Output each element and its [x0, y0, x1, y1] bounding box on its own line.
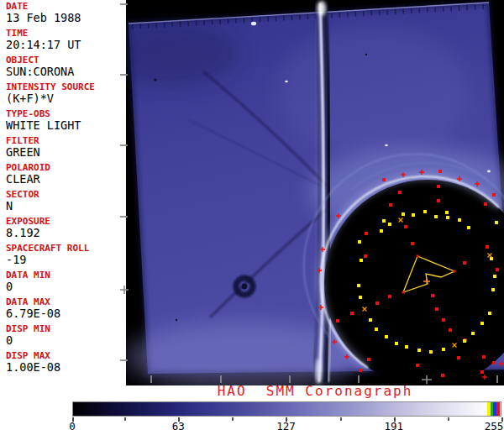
- dark-speck: [176, 319, 177, 321]
- dark-speck: [365, 54, 367, 55]
- yellow-marker-dot: [405, 345, 408, 349]
- field-value: -19: [6, 254, 126, 266]
- yellow-marker-dot: [480, 322, 484, 325]
- red-marker-dot: [449, 328, 452, 332]
- red-marker-dot: [404, 225, 407, 228]
- colorbar-minor-tick: [448, 417, 449, 421]
- yellow-marker-dot: [395, 342, 398, 345]
- red-marker-dot: [388, 295, 391, 298]
- metadata-field-type-obs: TYPE-OBSWHITE LIGHT: [6, 109, 126, 136]
- metadata-field-filter: FILTERGREEN: [6, 136, 126, 163]
- red-marker-dot: [457, 356, 460, 359]
- red-marker-dot: [375, 302, 379, 305]
- metadata-field-date: DATE13 Feb 1988: [6, 2, 126, 29]
- yellow-marker-dot: [445, 211, 449, 214]
- red-marker-dot: [480, 370, 484, 374]
- image-title: HAO SMM Coronagraph: [126, 383, 504, 399]
- red-marker-dot: [442, 318, 445, 322]
- field-value: SUN:CORONA: [6, 66, 126, 78]
- metadata-field-data-min: DATA MIN0: [6, 270, 126, 297]
- colorbar-scale: 063127191255: [72, 417, 501, 430]
- red-marker-dot: [367, 358, 370, 361]
- colorbar-minor-tick: [340, 417, 342, 421]
- dark-speck: [154, 78, 156, 81]
- metadata-sidebar: DATE13 Feb 1988TIME20:14:17 UTOBJECTSUN:…: [0, 0, 126, 386]
- polygon-vertex-dot: [454, 270, 456, 273]
- yellow-marker-dot: [375, 328, 378, 331]
- yellow-marker-dot: [493, 275, 496, 278]
- metadata-field-spacecraft-roll: SPACECRAFT ROLL-19: [6, 244, 126, 270]
- red-marker-dot: [365, 232, 368, 235]
- field-value: WHITE LIGHT: [6, 119, 126, 132]
- coronagraph-canvas: [126, 0, 504, 385]
- red-marker-dot: [411, 242, 414, 245]
- red-marker-dot: [486, 245, 489, 249]
- yellow-marker-dot: [471, 332, 475, 335]
- metadata-field-sector: SECTORN: [6, 190, 126, 217]
- metadata-field-time: TIME20:14:17 UT: [6, 29, 126, 55]
- field-label: DATA MIN: [6, 270, 126, 281]
- field-value: GREEN: [6, 146, 126, 159]
- yellow-marker-dot: [467, 226, 470, 229]
- field-value: 8.192: [6, 227, 126, 239]
- metadata-field-list: DATE13 Feb 1988TIME20:14:17 UTOBJECTSUN:…: [6, 2, 126, 378]
- yellow-marker-dot: [382, 219, 386, 223]
- field-value: 0: [6, 334, 126, 347]
- metadata-field-disp-min: DISP MIN0: [6, 324, 126, 351]
- red-marker-dot: [492, 193, 496, 197]
- coronagraph-image: [126, 0, 504, 385]
- bright-speck: [251, 22, 256, 26]
- red-marker-dot: [437, 199, 440, 202]
- metadata-field-object: OBJECTSUN:CORONA: [6, 55, 126, 82]
- bright-speck: [285, 81, 288, 83]
- red-marker-dot: [482, 355, 486, 359]
- coronagraph-viewer: DATE13 Feb 1988TIME20:14:17 UTOBJECTSUN:…: [0, 0, 504, 430]
- yellow-marker-dot: [458, 218, 461, 222]
- red-marker-dot: [438, 170, 442, 173]
- field-value: N: [6, 200, 126, 212]
- metadata-field-disp-max: DISP MAX1.00E-08: [6, 351, 126, 378]
- red-marker-dot: [416, 364, 419, 367]
- field-value: 1.00E-08: [6, 361, 126, 374]
- polygon-vertex-dot: [402, 291, 405, 294]
- yellow-marker-dot: [388, 223, 391, 226]
- field-value: (K+F)*V: [6, 92, 126, 105]
- field-label: DISP MIN: [6, 324, 126, 334]
- metadata-field-intensity-source: INTENSITY SOURCE(K+F)*V: [6, 82, 126, 109]
- red-marker-dot: [382, 178, 386, 181]
- colorbar-minor-tick: [124, 417, 126, 421]
- dark-speck: [379, 372, 381, 374]
- red-marker-dot: [463, 261, 466, 265]
- field-value: 20:14:17 UT: [6, 39, 126, 51]
- red-marker-dot: [389, 203, 392, 207]
- yellow-marker-dot: [429, 350, 433, 354]
- field-value: CLEAR: [6, 173, 126, 186]
- yellow-marker-dot: [357, 284, 360, 287]
- yellow-marker-dot: [446, 216, 449, 219]
- colorbar-tick-label: 63: [172, 420, 185, 430]
- red-marker-dot: [359, 369, 362, 372]
- yellow-marker-dot: [359, 296, 362, 299]
- metadata-field-exposure: EXPOSURE8.192: [6, 217, 126, 244]
- yellow-marker-dot: [491, 288, 495, 291]
- metadata-field-data-max: DATA MAX6.79E-08: [6, 297, 126, 324]
- red-marker-dot: [431, 294, 434, 297]
- field-label: SECTOR: [6, 190, 126, 200]
- yellow-marker-dot: [369, 318, 372, 322]
- yellow-marker-dot: [385, 335, 388, 338]
- field-value: 0: [6, 281, 126, 293]
- yellow-marker-dot: [495, 221, 498, 224]
- yellow-marker-dot: [380, 229, 383, 233]
- polygon-vertex-dot: [417, 255, 419, 258]
- red-marker-dot: [496, 268, 499, 271]
- field-value: 6.79E-08: [6, 307, 126, 320]
- yellow-marker-dot: [358, 240, 361, 244]
- yellow-marker-dot: [360, 259, 363, 262]
- intensity-colorbar: [72, 401, 501, 417]
- yellow-marker-dot: [412, 213, 415, 217]
- red-marker-dot: [484, 202, 487, 206]
- red-marker-dot: [336, 319, 339, 322]
- colorbar-tick-label: 191: [384, 420, 403, 430]
- colorbar-tick-label: 127: [276, 420, 296, 430]
- yellow-marker-dot: [423, 210, 427, 213]
